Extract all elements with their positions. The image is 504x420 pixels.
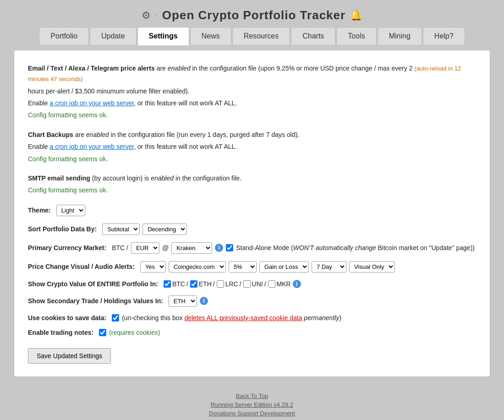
secondary-values-select[interactable]: ETH BTC LTC USD bbox=[169, 295, 197, 307]
backups-section: Chart Backups are enabled in the configu… bbox=[28, 130, 476, 164]
gear-icon: ⚙ bbox=[142, 10, 151, 22]
nav-settings[interactable]: Settings bbox=[137, 27, 189, 45]
crypto-mkr-checkbox[interactable] bbox=[268, 280, 275, 288]
trading-notes-checkbox[interactable] bbox=[99, 329, 106, 336]
nav-mining[interactable]: Mining bbox=[378, 27, 422, 45]
alerts-description: Email / Text / Alexa / Telegram price al… bbox=[28, 63, 476, 84]
crypto-mkr: MKR bbox=[268, 280, 291, 288]
crypto-uni: UNI / bbox=[243, 280, 266, 288]
crypto-checkboxes: BTC / ETH / LRC / UNI / MKR i bbox=[164, 280, 301, 288]
smtp-label: SMTP email sending bbox=[28, 175, 90, 182]
alerts-cron-link[interactable]: a cron job on your web server bbox=[49, 99, 134, 107]
trading-notes-row: Enable trading notes: (requires cookies) bbox=[28, 329, 476, 336]
sort-order-select[interactable]: Decending Ascending bbox=[142, 224, 187, 235]
nav-bar: Portfolio Update Settings News Resources… bbox=[0, 27, 504, 45]
btc-label: BTC / bbox=[112, 244, 128, 251]
nav-news[interactable]: News bbox=[190, 27, 231, 45]
theme-row: Theme: Light Dark bbox=[28, 205, 476, 216]
backups-status: enabled bbox=[86, 131, 109, 138]
price-change-gain-loss[interactable]: Gain or Loss Gain Only Loss Only bbox=[259, 261, 309, 273]
donations-link[interactable]: Donations Support Development bbox=[5, 410, 499, 417]
currency-info-icon[interactable]: i bbox=[215, 244, 223, 252]
alerts-section: Email / Text / Alexa / Telegram price al… bbox=[28, 63, 476, 120]
secondary-values-row: Show Secondary Trade / Holdings Values I… bbox=[28, 295, 476, 307]
nav-resources[interactable]: Resources bbox=[232, 27, 290, 45]
secondary-values-info-icon[interactable]: i bbox=[200, 297, 208, 305]
alerts-hours: hours per-alert / $3,500 minumum volume … bbox=[28, 86, 476, 96]
nav-tools[interactable]: Tools bbox=[336, 27, 376, 45]
price-change-row: Price Change Visual / Audio Alerts: Yes … bbox=[28, 261, 476, 273]
crypto-uni-checkbox[interactable] bbox=[243, 280, 251, 288]
trading-notes-label: Enable trading notes: bbox=[28, 329, 93, 336]
nav-portfolio[interactable]: Portfolio bbox=[39, 27, 89, 45]
backups-cron-link[interactable]: a cron job on your web server bbox=[49, 143, 134, 150]
cookies-permanently: permanently bbox=[304, 314, 339, 322]
standalone-suffix: Bitcoin market on "Update" page) bbox=[376, 244, 473, 251]
cookies-label: Use cookies to save data: bbox=[28, 314, 106, 322]
smtp-config-link[interactable]: Config formatting seems ok. bbox=[28, 186, 108, 194]
backups-desc: in the configuration file (run every 1 d… bbox=[111, 131, 300, 138]
primary-currency-label: Primary Currency Market: bbox=[28, 244, 106, 251]
portfolio-value-row: Show Crypto Value Of ENTIRE Portfolio In… bbox=[28, 280, 476, 288]
portfolio-value-info-icon[interactable]: i bbox=[293, 280, 301, 288]
theme-label: Theme: bbox=[28, 207, 51, 214]
cookies-checkbox[interactable] bbox=[112, 314, 119, 322]
page-title: Open Crypto Portfolio Tracker bbox=[162, 8, 345, 22]
crypto-eth-checkbox[interactable] bbox=[190, 280, 197, 288]
price-change-visual[interactable]: Visual Only Audio Only Both bbox=[349, 261, 395, 273]
price-change-label: Price Change Visual / Audio Alerts: bbox=[28, 263, 135, 270]
smtp-section: SMTP email sending (by account login) is… bbox=[28, 173, 476, 196]
alerts-config-link[interactable]: Config formatting seems ok. bbox=[28, 111, 108, 119]
cookies-warning-link[interactable]: deletes ALL previously-saved cookie data bbox=[184, 314, 302, 322]
crypto-btc-checkbox[interactable] bbox=[164, 280, 171, 288]
bell-icon: 🔔 bbox=[350, 10, 362, 22]
crypto-eth: ETH / bbox=[190, 280, 215, 288]
save-button[interactable]: Save Updated Settings bbox=[28, 348, 111, 364]
exchange-select[interactable]: Kraken Binance Coinbase Bitfinex bbox=[171, 242, 212, 254]
portfolio-value-label: Show Crypto Value Of ENTIRE Portfolio In… bbox=[28, 280, 158, 288]
page-header: ⚙ · Open Crypto Portfolio Tracker 🔔 bbox=[0, 0, 504, 27]
primary-currency-row: Primary Currency Market: BTC / EUR USD G… bbox=[28, 242, 476, 254]
nav-update[interactable]: Update bbox=[90, 27, 137, 45]
server-edition-link[interactable]: Running Server Edition v4.29.2 bbox=[5, 401, 499, 408]
alerts-label: Email / Text / Alexa / Telegram price al… bbox=[28, 65, 155, 72]
price-change-day[interactable]: 7 Day 1 Day 14 Day 30 Day bbox=[312, 261, 346, 273]
secondary-values-label: Show Secondary Trade / Holdings Values I… bbox=[28, 297, 163, 305]
standalone-italic: WON'T automatically change bbox=[293, 244, 376, 251]
price-change-source[interactable]: Coingecko.com CoinMarketCap Kraken bbox=[169, 261, 226, 273]
nav-help[interactable]: Help? bbox=[423, 27, 465, 45]
alerts-desc: in the configuration file (upon 9.25% or… bbox=[192, 65, 413, 72]
standalone-checkbox[interactable] bbox=[226, 244, 233, 251]
backups-config-link[interactable]: Config formatting seems ok. bbox=[28, 155, 108, 163]
alerts-status: enabled bbox=[168, 65, 191, 72]
footer: Back To Top Running Server Edition v4.29… bbox=[0, 386, 504, 420]
back-to-top-link[interactable]: Back To Top bbox=[5, 393, 499, 399]
sort-label: Sort Portfolio Data By: bbox=[28, 225, 97, 233]
standalone-checkbox-label: Stand-Alone Mode (WON'T automatically ch… bbox=[226, 244, 475, 251]
price-change-percent[interactable]: 5% 1% 2% 3% 10% bbox=[229, 261, 257, 273]
backups-description: Chart Backups are enabled in the configu… bbox=[28, 130, 476, 140]
cookies-row: Use cookies to save data: (un-checking t… bbox=[28, 314, 476, 322]
theme-select[interactable]: Light Dark bbox=[56, 205, 85, 216]
crypto-btc: BTC / bbox=[164, 280, 188, 288]
smtp-status: enabled bbox=[151, 175, 174, 182]
backups-enable: Enable a cron job on your web server, or… bbox=[28, 142, 476, 152]
crypto-lrc-checkbox[interactable] bbox=[217, 280, 224, 288]
sort-row: Sort Portfolio Data By: Subtotal Name Sy… bbox=[28, 224, 476, 235]
price-change-yes-no[interactable]: Yes No bbox=[140, 261, 166, 273]
nav-charts[interactable]: Charts bbox=[291, 27, 335, 45]
smtp-description: SMTP email sending (by account login) is… bbox=[28, 173, 476, 183]
crypto-lrc: LRC / bbox=[217, 280, 241, 288]
trading-notes-note: (requires cookies) bbox=[109, 329, 160, 336]
alerts-enable: Enable a cron job on your web server, or… bbox=[28, 98, 476, 108]
sort-field-select[interactable]: Subtotal Name Symbol Amount Price Change bbox=[102, 224, 140, 235]
at-label: @ bbox=[162, 244, 169, 251]
backups-label: Chart Backups bbox=[28, 131, 73, 138]
bullet-separator: · bbox=[155, 11, 158, 20]
settings-panel: Email / Text / Alexa / Telegram price al… bbox=[14, 50, 490, 377]
currency-select[interactable]: EUR USD GBP JPY bbox=[131, 242, 159, 254]
